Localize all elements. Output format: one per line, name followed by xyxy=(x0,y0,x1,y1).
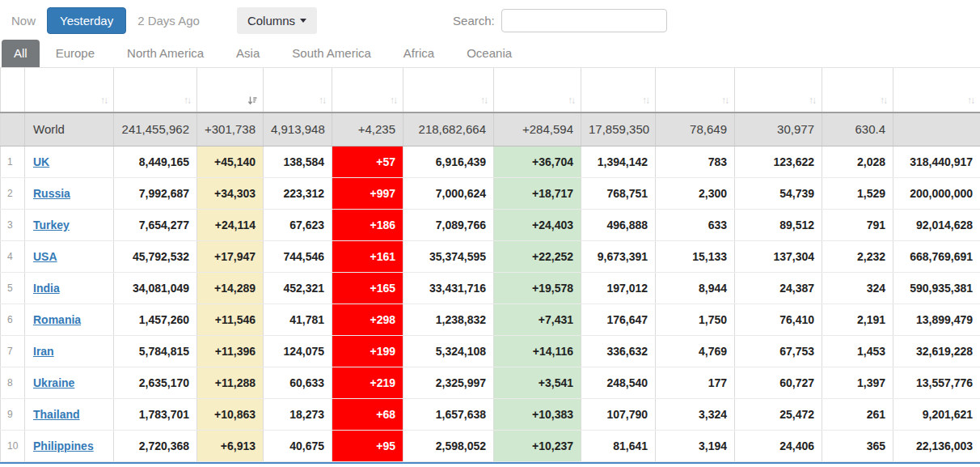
cell-total-deaths: 452,321 xyxy=(264,273,332,304)
tab-south-america[interactable]: South America xyxy=(276,40,387,67)
cell-cases-per-1m: 30,977 xyxy=(735,113,822,146)
cell-serious-critical: 3,324 xyxy=(656,399,735,431)
country-link[interactable]: Philippines xyxy=(33,439,94,452)
cell-cases-per-1m: 137,304 xyxy=(735,241,822,273)
now-button[interactable]: Now xyxy=(11,14,36,28)
cell-rank: 10 xyxy=(1,431,25,462)
cell-new-cases: +10,863 xyxy=(197,399,264,431)
cell-rank xyxy=(1,113,25,146)
cell-total-recovered: 5,324,108 xyxy=(403,336,494,367)
country-link[interactable]: India xyxy=(33,282,60,295)
col-header-total-recovered[interactable]: ↑↓ xyxy=(403,68,494,113)
cell-new-deaths: +997 xyxy=(332,178,403,210)
cell-country: Turkey xyxy=(25,210,114,241)
country-link[interactable]: Turkey xyxy=(33,219,70,231)
cell-rank: 5 xyxy=(1,273,25,304)
cell-total-tests: 318,440,917 xyxy=(893,146,980,178)
col-header-deaths-per-1m[interactable]: ↑↓ xyxy=(822,68,893,113)
col-header-active-cases[interactable]: ↑↓ xyxy=(581,68,656,113)
cell-country: UK xyxy=(25,146,114,178)
country-link[interactable]: Iran xyxy=(33,345,54,358)
cell-rank: 9 xyxy=(1,399,25,431)
cell-rank: 8 xyxy=(1,367,25,399)
cell-total-cases: 7,654,277 xyxy=(114,210,197,241)
tab-asia[interactable]: Asia xyxy=(220,40,276,67)
cell-deaths-per-1m: 1,397 xyxy=(822,367,893,399)
tab-africa[interactable]: Africa xyxy=(387,40,450,67)
cell-total-deaths: 40,675 xyxy=(264,431,332,462)
country-link[interactable]: Romania xyxy=(33,313,81,326)
yesterday-button[interactable]: Yesterday xyxy=(47,7,126,34)
columns-label: Columns xyxy=(247,14,295,28)
col-header-total-cases[interactable]: ↑↓ xyxy=(114,68,197,113)
col-header-cases-per-1m[interactable]: ↑↓ xyxy=(735,68,822,113)
tab-all[interactable]: All xyxy=(2,40,40,67)
world-row: World241,455,962+301,7384,913,948+4,2352… xyxy=(1,113,980,146)
cell-serious-critical: 8,944 xyxy=(656,273,735,304)
cell-active-cases: 197,012 xyxy=(581,273,656,304)
cell-new-deaths: +199 xyxy=(332,336,403,367)
country-link[interactable]: Ukraine xyxy=(33,376,74,389)
cell-new-deaths: +161 xyxy=(332,241,403,273)
cell-active-cases: 81,641 xyxy=(581,431,656,462)
search-input[interactable] xyxy=(501,9,667,32)
sort-icon: ↑↓ xyxy=(100,95,108,106)
col-header-total-tests[interactable]: ↑↓ xyxy=(893,68,980,113)
cell-rank: 1 xyxy=(1,146,25,178)
cell-new-recovered: +14,116 xyxy=(494,336,581,367)
col-header-new-cases[interactable] xyxy=(197,68,264,113)
cell-cases-per-1m: 123,622 xyxy=(735,146,822,178)
cell-total-deaths: 60,633 xyxy=(264,367,332,399)
col-header-new-recovered[interactable]: ↑↓ xyxy=(494,68,581,113)
cell-total-tests: 590,935,381 xyxy=(893,273,980,304)
cell-new-recovered: +19,578 xyxy=(494,273,581,304)
country-link[interactable]: UK xyxy=(33,155,49,168)
cell-country: India xyxy=(25,273,114,304)
sort-icon: ↑↓ xyxy=(967,95,975,106)
cell-new-cases: +11,288 xyxy=(197,367,264,399)
sort-icon: ↑↓ xyxy=(319,95,327,106)
col-header-serious-critical[interactable]: ↑↓ xyxy=(656,68,735,113)
cell-total-tests: 13,899,479 xyxy=(893,304,980,336)
cell-active-cases: 1,394,142 xyxy=(581,146,656,178)
cell-new-deaths: +4,235 xyxy=(332,113,403,146)
table-row: 7Iran5,784,815+11,396124,075+1995,324,10… xyxy=(1,336,980,367)
country-link[interactable]: USA xyxy=(33,250,57,263)
cell-serious-critical: 78,649 xyxy=(656,113,735,146)
cell-rank: 4 xyxy=(1,241,25,273)
cell-active-cases: 248,540 xyxy=(581,367,656,399)
cell-new-recovered: +10,237 xyxy=(494,431,581,462)
col-header-country[interactable]: ↑↓ xyxy=(25,68,114,113)
table-row: 5India34,081,049+14,289452,321+16533,431… xyxy=(1,273,980,304)
cell-total-deaths: 124,075 xyxy=(264,336,332,367)
cell-country: Ukraine xyxy=(25,367,114,399)
cell-total-recovered: 33,431,716 xyxy=(403,273,494,304)
tab-north-america[interactable]: North America xyxy=(111,40,220,67)
cell-deaths-per-1m: 2,028 xyxy=(822,146,893,178)
sort-icon: ↑↓ xyxy=(568,95,576,106)
table-row: 3Turkey7,654,277+24,11467,623+1867,089,7… xyxy=(1,210,980,241)
tab-europe[interactable]: Europe xyxy=(40,40,111,67)
cell-new-cases: +17,947 xyxy=(197,241,264,273)
tab-oceania[interactable]: Oceania xyxy=(450,40,528,67)
columns-dropdown-button[interactable]: Columns xyxy=(237,7,317,34)
col-header-total-deaths[interactable]: ↑↓ xyxy=(264,68,332,113)
cell-new-recovered: +3,541 xyxy=(494,367,581,399)
cell-rank: 3 xyxy=(1,210,25,241)
cell-new-deaths: +219 xyxy=(332,367,403,399)
cell-rank: 7 xyxy=(1,336,25,367)
cell-serious-critical: 3,194 xyxy=(656,431,735,462)
continent-tabs: All Europe North America Asia South Amer… xyxy=(0,40,980,67)
cell-country: Russia xyxy=(25,178,114,210)
country-link[interactable]: Thailand xyxy=(33,408,80,421)
col-header-new-deaths[interactable]: ↑↓ xyxy=(332,68,403,113)
cell-serious-critical: 633 xyxy=(656,210,735,241)
col-header-rank[interactable] xyxy=(1,68,25,113)
sort-icon: ↑↓ xyxy=(390,95,398,106)
country-link[interactable]: Russia xyxy=(33,187,70,200)
cell-deaths-per-1m: 324 xyxy=(822,273,893,304)
cell-country: Philippines xyxy=(25,431,114,462)
cell-new-deaths: +165 xyxy=(332,273,403,304)
cell-total-recovered: 218,682,664 xyxy=(403,113,494,146)
two-days-ago-button[interactable]: 2 Days Ago xyxy=(137,14,200,28)
